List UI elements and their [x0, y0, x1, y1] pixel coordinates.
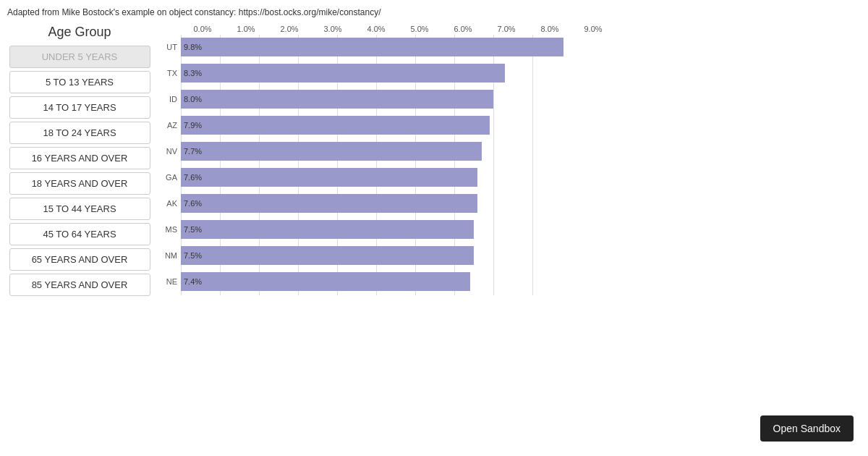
bar-row-ne: NE7.4%: [181, 269, 868, 294]
bar-state-label-ut: UT: [159, 43, 181, 51]
x-axis: 0.0%1.0%2.0%3.0%4.0%5.0%6.0%7.0%8.0%9.0%: [181, 25, 868, 33]
x-tick-7: 7.0%: [485, 25, 528, 33]
bar-ak: 7.6%: [181, 194, 477, 213]
bar-row-ms: MS7.5%: [181, 217, 868, 242]
bar-wrapper-ak: 7.6%: [181, 193, 868, 214]
sidebar-item-6[interactable]: 15 TO 44 YEARS: [9, 198, 150, 220]
sidebar-item-4[interactable]: 16 YEARS AND OVER: [9, 147, 150, 169]
bar-row-nv: NV7.7%: [181, 139, 868, 164]
bar-wrapper-ms: 7.5%: [181, 219, 868, 240]
x-tick-8: 8.0%: [528, 25, 571, 33]
bar-az: 7.9%: [181, 116, 490, 135]
bar-ut: 9.8%: [181, 38, 563, 56]
bar-wrapper-nm: 7.5%: [181, 245, 868, 266]
open-sandbox-button[interactable]: Open Sandbox: [760, 415, 854, 442]
bar-state-label-ga: GA: [159, 173, 181, 182]
x-tick-2: 2.0%: [268, 25, 311, 33]
sidebar-title: Age Group: [48, 25, 111, 40]
bar-wrapper-ne: 7.4%: [181, 271, 868, 292]
bar-tx: 8.3%: [181, 64, 505, 83]
bar-ne: 7.4%: [181, 272, 470, 291]
bar-value-ga: 7.6%: [184, 173, 202, 182]
bar-ga: 7.6%: [181, 168, 477, 187]
x-tick-9: 9.0%: [571, 25, 615, 33]
bar-nm: 7.5%: [181, 246, 474, 265]
bar-value-ms: 7.5%: [184, 225, 202, 234]
x-tick-1: 1.0%: [224, 25, 268, 33]
bar-state-label-nv: NV: [159, 147, 181, 156]
bar-value-ne: 7.4%: [184, 277, 202, 286]
bar-row-ut: UT9.8%: [181, 35, 868, 59]
x-tick-4: 4.0%: [354, 25, 398, 33]
bar-row-az: AZ7.9%: [181, 113, 868, 138]
bar-state-label-tx: TX: [159, 69, 181, 77]
bar-row-ga: GA7.6%: [181, 165, 868, 190]
attribution: Adapted from Mike Bostock's example on o…: [0, 0, 868, 17]
bar-row-id: ID8.0%: [181, 87, 868, 111]
x-tick-3: 3.0%: [311, 25, 354, 33]
chart-area: 0.0%1.0%2.0%3.0%4.0%5.0%6.0%7.0%8.0%9.0%…: [156, 25, 868, 299]
sidebar-item-0[interactable]: UNDER 5 YEARS: [9, 46, 150, 68]
bar-wrapper-ga: 7.6%: [181, 167, 868, 187]
bar-ms: 7.5%: [181, 220, 474, 239]
bar-value-nm: 7.5%: [184, 251, 202, 260]
bar-value-tx: 8.3%: [184, 69, 202, 77]
bar-state-label-az: AZ: [159, 121, 181, 130]
sidebar-item-7[interactable]: 45 TO 64 YEARS: [9, 223, 150, 245]
bar-state-label-ms: MS: [159, 225, 181, 234]
x-tick-0: 0.0%: [181, 25, 224, 33]
bar-state-label-ne: NE: [159, 277, 181, 286]
bar-wrapper-az: 7.9%: [181, 115, 868, 135]
bar-row-tx: TX8.3%: [181, 61, 868, 85]
bar-value-ut: 9.8%: [184, 43, 202, 51]
bar-state-label-ak: AK: [159, 199, 181, 208]
bar-state-label-id: ID: [159, 95, 181, 104]
sidebar-item-2[interactable]: 14 TO 17 YEARS: [9, 96, 150, 119]
bar-wrapper-tx: 8.3%: [181, 63, 868, 83]
bar-nv: 7.7%: [181, 142, 482, 161]
sidebar-item-9[interactable]: 85 YEARS AND OVER: [9, 274, 150, 296]
bar-wrapper-ut: 9.8%: [181, 37, 868, 57]
bar-value-nv: 7.7%: [184, 147, 202, 156]
x-tick-6: 6.0%: [441, 25, 485, 33]
bar-wrapper-nv: 7.7%: [181, 141, 868, 161]
bar-row-nm: NM7.5%: [181, 243, 868, 268]
sidebar: Age Group UNDER 5 YEARS5 TO 13 YEARS14 T…: [4, 25, 156, 299]
bar-row-ak: AK7.6%: [181, 191, 868, 216]
sidebar-item-3[interactable]: 18 TO 24 YEARS: [9, 122, 150, 144]
x-tick-5: 5.0%: [398, 25, 441, 33]
bar-value-id: 8.0%: [184, 95, 202, 104]
bar-id: 8.0%: [181, 90, 493, 109]
bar-value-ak: 7.6%: [184, 199, 202, 208]
bar-value-az: 7.9%: [184, 121, 202, 130]
bar-wrapper-id: 8.0%: [181, 89, 868, 109]
sidebar-item-1[interactable]: 5 TO 13 YEARS: [9, 71, 150, 93]
bar-state-label-nm: NM: [159, 251, 181, 260]
sidebar-item-8[interactable]: 65 YEARS AND OVER: [9, 248, 150, 271]
sidebar-item-5[interactable]: 18 YEARS AND OVER: [9, 172, 150, 195]
